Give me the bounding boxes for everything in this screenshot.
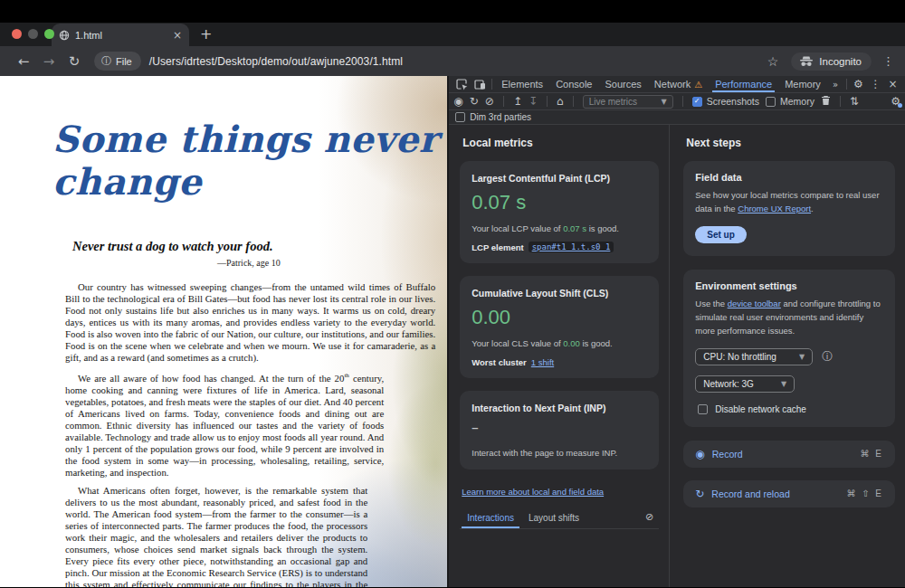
file-scheme-chip[interactable]: ⓘ File [94, 52, 141, 71]
cpu-throttle-row: CPU: No throttling ▼ ⓘ [695, 348, 883, 365]
article-paragraph: What Americans often forget, however, is… [65, 485, 367, 587]
screenshots-label: Screenshots [707, 96, 759, 107]
incognito-icon [799, 56, 814, 67]
record-icon: ◉ [695, 449, 704, 460]
screenshots-option[interactable]: ✓ Screenshots [692, 96, 759, 107]
tab-close-icon[interactable]: × [173, 30, 182, 41]
save-profile-icon[interactable]: ↧ [529, 96, 538, 107]
set-up-button[interactable]: Set up [695, 226, 747, 243]
paragraph-text: We are all aware of how food has changed… [78, 373, 344, 384]
browser-tabstrip: 1.html × + [0, 23, 905, 46]
divider [840, 96, 841, 107]
dim-third-parties-checkbox[interactable] [455, 112, 465, 122]
crux-report-link[interactable]: Chrome UX Report [738, 204, 811, 213]
tab-sources[interactable]: Sources [598, 76, 647, 92]
devtools-menu-icon[interactable]: ⋮ [867, 78, 884, 90]
screen: 1.html × + ← → ↻ ⓘ File /Users/idrtest/D… [0, 0, 905, 588]
bookmark-star-icon[interactable]: ☆ [767, 54, 779, 69]
tab-performance[interactable]: Performance [709, 76, 778, 92]
record-button[interactable]: ◉ Record ⌘ E [683, 441, 895, 468]
network-throttle-select[interactable]: Network: 3G ▼ [695, 375, 795, 393]
learn-more-link[interactable]: Learn more about local and field data [462, 487, 604, 497]
device-toolbar-link[interactable]: device toolbar [728, 299, 781, 308]
cls-cluster-link[interactable]: 1 shift [531, 357, 554, 367]
more-tabs-icon[interactable]: » [827, 76, 843, 92]
disable-cache-checkbox[interactable] [698, 404, 708, 414]
tab-console[interactable]: Console [549, 76, 598, 92]
inp-value: – [472, 421, 647, 434]
globe-icon [59, 30, 70, 41]
collect-garbage-icon[interactable] [821, 95, 831, 108]
page-title: Some things never change [52, 118, 447, 203]
local-metrics-column: Local metrics Largest Contentful Paint (… [449, 125, 670, 587]
info-icon[interactable]: ⓘ [822, 349, 833, 365]
lcp-card: Largest Contentful Paint (LCP) 0.07 s Yo… [460, 161, 659, 263]
desc-text: Your local CLS value of [472, 338, 563, 348]
tab-elements[interactable]: Elements [495, 76, 549, 92]
chevron-down-icon: ▼ [781, 380, 786, 388]
record-toolbar-icon[interactable]: ◉ [453, 96, 462, 107]
browser-tab[interactable]: 1.html × [52, 24, 189, 46]
article-paragraph: We are all aware of how food has changed… [65, 370, 384, 479]
chevron-down-icon: ▼ [799, 353, 805, 361]
window-controls [12, 29, 54, 39]
info-icon: ⓘ [101, 54, 111, 68]
tab-layout-shifts[interactable]: Layout shifts [521, 510, 586, 528]
desc-text: is good. [586, 223, 619, 233]
live-metrics-select[interactable]: Live metrics ▼ [583, 95, 673, 109]
inp-description: Interact with the page to measure INP. [472, 447, 647, 459]
cls-title: Cumulative Layout Shift (CLS) [472, 288, 647, 299]
chevron-down-icon: ▼ [661, 98, 666, 106]
home-icon[interactable]: ⌂ [557, 96, 564, 107]
browser-toolbar: ← → ↻ ⓘ File /Users/idrtest/Desktop/demo… [0, 46, 905, 76]
tab-interactions[interactable]: Interactions [460, 510, 521, 528]
devtools-tabbar-right: ⚙ ⋮ × [843, 76, 901, 92]
divider [547, 96, 548, 107]
divider [846, 79, 847, 90]
new-tab-button[interactable]: + [200, 27, 212, 42]
tab-memory[interactable]: Memory [778, 76, 827, 92]
settings-gear-icon[interactable]: ⚙ [850, 78, 867, 90]
screenshots-checkbox[interactable]: ✓ [692, 97, 702, 107]
memory-checkbox[interactable] [766, 97, 776, 107]
minimize-window-button[interactable] [28, 29, 38, 39]
record-and-reload-button[interactable]: ↻ Record and reload ⌘ ⇧ E [683, 480, 895, 507]
close-window-button[interactable] [12, 29, 22, 39]
address-url[interactable]: /Users/idrtest/Desktop/demo/out/awjune20… [149, 55, 403, 68]
lcp-element-row: LCP element span#t1_1.t.s0_1 [472, 242, 647, 252]
inp-card: Interaction to Next Paint (INP) – Intera… [460, 391, 659, 469]
field-data-body: See how your local metrics compare to re… [695, 189, 883, 215]
fullscreen-window-button[interactable] [44, 29, 54, 39]
close-devtools-icon[interactable]: × [884, 78, 901, 90]
clear-log-icon[interactable]: ⊘ [645, 511, 653, 526]
settings-gear-notification-icon[interactable]: ⚙ [891, 96, 900, 107]
cpu-throttle-select[interactable]: CPU: No throttling ▼ [695, 348, 813, 365]
record-reload-toolbar-icon[interactable]: ↻ [470, 96, 479, 107]
next-steps-column: Next steps Field data See how your local… [670, 125, 905, 587]
browser-menu-icon[interactable]: ⋮ [882, 54, 894, 68]
cpu-throttle-value: CPU: No throttling [703, 352, 776, 362]
divider [573, 96, 574, 107]
cls-desc-value: 0.00 [563, 338, 580, 348]
collapse-sections-icon[interactable]: ⇅ [850, 96, 859, 107]
device-toolbar-icon[interactable] [471, 76, 489, 92]
back-button[interactable]: ← [11, 53, 36, 70]
devtools-tabbar: Elements Console Sources Network⚠ Perfor… [449, 76, 905, 93]
body-text: . [811, 204, 814, 213]
divider [491, 79, 492, 90]
local-metrics-heading: Local metrics [462, 137, 659, 149]
memory-option[interactable]: Memory [766, 96, 814, 107]
reload-button[interactable]: ↻ [62, 53, 87, 70]
tab-network[interactable]: Network⚠ [648, 76, 709, 92]
network-throttle-row: Network: 3G ▼ [695, 375, 883, 393]
forward-button[interactable]: → [36, 53, 62, 70]
divider [503, 96, 504, 107]
tab-label: Performance [715, 79, 772, 90]
record-shortcut: ⌘ E [861, 449, 883, 459]
disable-cache-row[interactable]: Disable network cache [695, 404, 883, 414]
clear-icon[interactable]: ⊘ [485, 96, 494, 107]
load-profile-icon[interactable]: ↥ [513, 96, 522, 107]
inspect-element-icon[interactable] [452, 76, 471, 92]
lcp-element-link[interactable]: span#t1_1.t.s0_1 [529, 242, 614, 252]
record-label: Record [712, 449, 743, 460]
